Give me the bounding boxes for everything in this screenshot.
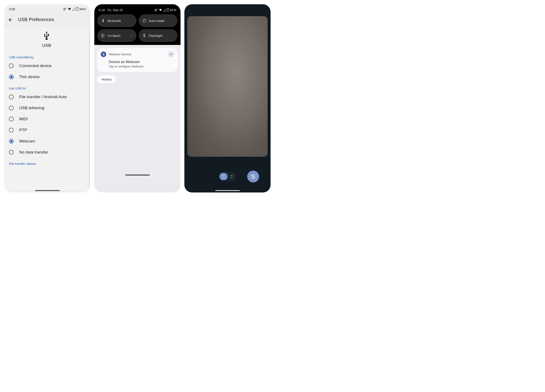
chip-label: History: [102, 77, 111, 81]
radio-label: Connected device: [19, 63, 51, 68]
radio-file-transfer[interactable]: File transfer / Android Auto: [4, 91, 89, 102]
status-time: 4:18: [99, 8, 105, 12]
svg-rect-4: [167, 8, 169, 12]
back-icon[interactable]: [8, 17, 13, 22]
status-bar: 3:56 94%: [4, 4, 91, 13]
usb-hero: USB: [4, 30, 89, 51]
radio-label: USB tethering: [19, 106, 44, 110]
svg-rect-1: [77, 7, 78, 8]
radio-icon: [9, 106, 14, 110]
bluetooth-icon: [101, 19, 105, 23]
radio-usb-tethering[interactable]: USB tethering: [4, 102, 89, 113]
status-right: 91%: [155, 8, 176, 12]
radio-this-device[interactable]: This device: [4, 71, 89, 82]
zoom-1x-button[interactable]: 1.0: [219, 173, 228, 180]
status-battery: 94%: [79, 7, 86, 11]
page-title: USB Preferences: [18, 17, 54, 22]
camera-preview[interactable]: [187, 16, 268, 157]
radio-icon: [9, 150, 14, 155]
chevron-up-icon: [170, 53, 173, 56]
section-label-use: Use USB for: [4, 82, 89, 91]
notification-app-name: Webcam Service: [109, 53, 131, 56]
notification-body: Tap to configure Webcam: [109, 65, 174, 68]
radio-label: No data transfer: [19, 150, 48, 155]
status-battery: 91%: [170, 8, 176, 12]
radio-icon: [9, 94, 14, 99]
svg-point-8: [144, 36, 145, 36]
status-bar: 4:18 Fri, Sep 22 91%: [97, 7, 178, 14]
radio-connected-device[interactable]: Connected device: [4, 60, 89, 71]
screen-icon: [101, 34, 105, 37]
radio-ptp[interactable]: PTP: [4, 124, 89, 136]
svg-point-2: [44, 34, 45, 35]
quick-tiles: Bluetooth Auto-rotate I'm Back!: [97, 14, 178, 42]
section-label-transfer: File transfer options: [4, 158, 89, 167]
radio-label: PTP: [19, 128, 27, 132]
zoom-2x-button[interactable]: 2.0: [228, 173, 236, 180]
signal-icon: [72, 7, 75, 11]
content-area: USB USB controlled by Connected device T…: [4, 27, 91, 191]
webcam-service-icon: [101, 51, 106, 57]
svg-point-10: [103, 54, 104, 55]
tile-imback[interactable]: I'm Back!: [97, 29, 136, 42]
nav-bar-pill[interactable]: [215, 190, 240, 191]
zoom-label: 2.0: [230, 175, 233, 178]
radio-icon: [9, 117, 14, 121]
svg-rect-7: [102, 35, 103, 37]
quick-settings-panel: 4:18 Fri, Sep 22 91%: [94, 4, 180, 45]
radio-no-data[interactable]: No data transfer: [4, 147, 89, 158]
radio-icon: [9, 128, 14, 132]
signal-icon: [163, 8, 166, 12]
usb-hero-label: USB: [4, 43, 89, 48]
status-date: Fri, Sep 22: [107, 8, 123, 12]
screen-usb-preferences: 3:56 94% USB Preferences: [4, 4, 91, 193]
tile-autorotate[interactable]: Auto-rotate: [139, 14, 178, 27]
radio-midi[interactable]: MIDI: [4, 113, 89, 124]
wifi-icon: [68, 7, 71, 11]
radio-icon: [9, 75, 14, 79]
zoom-label: 1.0: [222, 175, 225, 178]
camera-controls: 1.0 2.0: [184, 172, 271, 181]
svg-rect-11: [253, 176, 254, 177]
status-time: 3:56: [9, 7, 15, 11]
mute-icon: [63, 7, 67, 11]
chevron-right-icon: [130, 34, 133, 37]
notification-title: Device as Webcam: [109, 60, 174, 64]
mute-icon: [155, 8, 158, 12]
radio-icon: [9, 139, 14, 143]
nav-bar-pill[interactable]: [35, 190, 60, 191]
section-label-controlled: USB controlled by: [4, 51, 89, 60]
nav-bar-pill[interactable]: [125, 174, 150, 175]
tile-label: Flashlight: [149, 34, 162, 37]
history-chip[interactable]: History: [97, 75, 116, 83]
radio-label: This device: [19, 75, 40, 79]
collapse-button[interactable]: [168, 51, 174, 57]
svg-rect-5: [167, 8, 168, 9]
wifi-icon: [159, 8, 162, 12]
tile-bluetooth[interactable]: Bluetooth: [97, 14, 136, 27]
radio-label: Webcam: [19, 139, 35, 143]
autorotate-icon: [142, 19, 146, 23]
tile-flashlight[interactable]: Flashlight: [139, 29, 178, 42]
radio-label: File transfer / Android Auto: [19, 94, 67, 99]
page-header: USB Preferences: [4, 13, 91, 27]
radio-webcam[interactable]: Webcam: [4, 136, 89, 147]
tile-label: I'm Back!: [107, 34, 120, 37]
screen-quick-settings: 4:18 Fri, Sep 22 91%: [94, 4, 180, 193]
notification-shade: Webcam Service Device as Webcam Tap to c…: [94, 45, 180, 177]
battery-icon: [167, 8, 169, 12]
zoom-switcher: 1.0 2.0: [219, 172, 236, 181]
battery-icon: [76, 7, 79, 11]
svg-rect-0: [76, 8, 78, 11]
svg-rect-3: [48, 34, 49, 35]
usb-icon: [43, 31, 50, 41]
status-right: 94%: [63, 7, 86, 11]
flip-camera-icon: [250, 174, 256, 179]
screen-webcam-preview: 1.0 2.0: [184, 4, 271, 193]
tile-label: Bluetooth: [107, 19, 121, 23]
tile-label: Auto-rotate: [149, 19, 165, 23]
radio-icon: [9, 63, 14, 68]
notification-card[interactable]: Webcam Service Device as Webcam Tap to c…: [97, 48, 178, 72]
flashlight-icon: [142, 34, 146, 37]
flip-camera-button[interactable]: [247, 171, 259, 182]
